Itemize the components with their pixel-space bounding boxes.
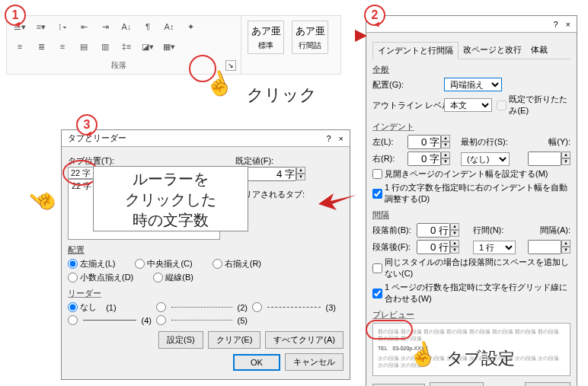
align-left-icon[interactable]: ≡ xyxy=(11,39,28,54)
close-icon[interactable]: × xyxy=(566,20,570,29)
dialog-titlebar: . ? × xyxy=(366,16,577,33)
collapse-check[interactable]: 既定で折りたたみ(E) xyxy=(497,94,570,116)
width-label: 幅(Y): xyxy=(548,136,570,148)
annotation-tabsetting-label: タブ設定 xyxy=(446,347,515,370)
default-tab-label: 既定値(F): xyxy=(235,155,344,167)
help-icon[interactable]: ? xyxy=(553,20,558,29)
note-line-2: クリックした xyxy=(94,190,248,210)
at-input[interactable]: ▲▼ xyxy=(528,240,570,254)
multilevel-list-icon[interactable]: ⫶▾ xyxy=(54,19,71,34)
increase-indent-icon[interactable]: ⇥ xyxy=(97,19,113,34)
number-list-icon[interactable]: ≡▾ xyxy=(33,19,50,34)
align-center-icon[interactable]: ≣ xyxy=(33,39,50,54)
default-tab-input[interactable]: ▲▼ xyxy=(235,167,344,181)
right-indent-input[interactable]: ▲▼ xyxy=(407,152,450,166)
tab-pos-label: タブ位置(T): xyxy=(68,155,220,167)
ribbon: ☰▾ ≡▾ ⫶▾ ⇤ ⇥ A↓ ¶ A↕ ✦ ≡ ≣ ≡ ▤ ▥ ‡≡ ◪▾ ▦… xyxy=(6,15,341,75)
tab-asian[interactable]: 体裁 xyxy=(526,42,552,58)
first-line-select[interactable]: (なし) xyxy=(461,152,510,166)
before-label: 段落前(B): xyxy=(372,225,412,236)
align-right-icon[interactable]: ≡ xyxy=(54,39,71,54)
alignment-select[interactable]: 両端揃え xyxy=(444,78,502,91)
annotation-click-label: クリック xyxy=(247,84,317,107)
annotation-arrow-left xyxy=(318,190,356,215)
right-indent-label: 右(R): xyxy=(372,153,403,164)
close-icon[interactable]: × xyxy=(339,134,344,143)
after-input[interactable]: ▲▼ xyxy=(417,240,459,254)
set-button[interactable]: 設定(S) xyxy=(158,331,203,349)
spacing-label: 間隔 xyxy=(372,209,570,221)
style-name: 標準 xyxy=(250,40,282,51)
set-default-button[interactable]: 既定に設定(D) xyxy=(430,382,484,386)
annotation-arrow-right xyxy=(329,27,367,46)
hand-cursor-icon: ☝ xyxy=(24,180,62,219)
ok-button[interactable]: OK xyxy=(233,354,280,371)
tab-settings-button[interactable]: タブ設定(T)... xyxy=(372,384,425,387)
at-label: 間隔(A): xyxy=(540,225,570,236)
clear-all-button[interactable]: すべてクリア(A) xyxy=(265,331,344,349)
distribute-icon[interactable]: ▥ xyxy=(97,39,113,54)
cancel-button[interactable]: キャンセル xyxy=(285,353,344,371)
align-decimal-radio[interactable]: 小数点揃え(D) xyxy=(68,272,133,283)
style-preview: あア亜 xyxy=(250,24,282,38)
style-preview: あア亜 xyxy=(294,24,326,38)
leader-dots-radio[interactable]: (2) xyxy=(156,302,248,312)
sort-icon[interactable]: A↓ xyxy=(118,19,135,34)
note-line-1: ルーラーを xyxy=(94,169,248,190)
style-nospace[interactable]: あア亜 行間詰 xyxy=(292,21,328,54)
clear-button[interactable]: クリア(E) xyxy=(208,331,261,349)
paragraph-dialog: . ? × インデントと行間隔 改ページと改行 体裁 全般 配置(G): 両端揃… xyxy=(366,15,577,386)
borders-icon[interactable]: ▦▾ xyxy=(161,39,177,54)
align-bar-radio[interactable]: 縦線(B) xyxy=(153,272,193,283)
leader-none-radio[interactable]: なし (1) xyxy=(68,301,152,313)
after-label: 段落後(F): xyxy=(372,241,412,253)
auto-indent-check[interactable]: 1 行の文字数を指定時に右のインデント幅を自動調整する(D) xyxy=(372,182,570,205)
alignment-group-label: 配置 xyxy=(68,244,344,256)
line-spacing-icon[interactable]: ‡≡ xyxy=(118,39,135,54)
cancel-button[interactable]: キャンセル xyxy=(525,382,570,386)
leader-middots-radio[interactable]: (5) xyxy=(156,315,248,325)
annotation-badge-3: 3 xyxy=(76,114,97,136)
annotation-badge-2: 2 xyxy=(364,5,385,26)
indent-label: インデント xyxy=(372,121,570,132)
outline-select[interactable]: 本文 xyxy=(444,98,492,112)
left-indent-input[interactable]: ▲▼ xyxy=(407,135,450,149)
help-icon[interactable]: ? xyxy=(326,134,331,143)
style-name: 行間詰 xyxy=(294,40,326,51)
before-input[interactable]: ▲▼ xyxy=(417,223,459,238)
preview-label: プレビュー xyxy=(372,309,570,321)
annotation-note-box: ルーラーを クリックした 時の文字数 xyxy=(93,166,248,231)
left-indent-label: 左(L): xyxy=(372,136,403,148)
note-line-3: 時の文字数 xyxy=(94,210,248,231)
justify-icon[interactable]: ▤ xyxy=(75,39,92,54)
pilcrow-icon[interactable]: ✦ xyxy=(182,19,199,34)
style-normal[interactable]: あア亜 標準 xyxy=(248,21,284,54)
align-center-radio[interactable]: 中央揃え(C) xyxy=(135,258,192,270)
leader-underline-radio[interactable]: (4) xyxy=(68,315,152,325)
grid-check[interactable]: 1 ページの行数を指定時に文字を行グリッド線に合わせる(W) xyxy=(372,282,570,305)
tab-indent-spacing[interactable]: インデントと行間隔 xyxy=(372,42,459,59)
general-label: 全般 xyxy=(372,64,570,75)
annotation-badge-1: 1 xyxy=(5,5,26,26)
decrease-indent-icon[interactable]: ⇤ xyxy=(75,19,92,34)
tab-page-breaks[interactable]: 改ページと改行 xyxy=(459,42,526,58)
align-right-radio[interactable]: 右揃え(R) xyxy=(213,258,261,270)
nospace-check[interactable]: 同じスタイルの場合は段落間にスペースを追加しない(C) xyxy=(372,257,570,279)
first-width-input[interactable]: ▲▼ xyxy=(528,152,570,166)
alignment-label: 配置(G): xyxy=(372,79,439,91)
line-spacing-lbl: 行間(N): xyxy=(473,225,503,236)
align-left-radio[interactable]: 左揃え(L) xyxy=(68,258,115,270)
dialog-title-text: タブとリーダー xyxy=(68,132,126,144)
show-marks-icon[interactable]: ¶ xyxy=(139,19,156,34)
shading-icon[interactable]: ◪▾ xyxy=(139,39,156,54)
line-spacing-select[interactable]: 1 行 xyxy=(473,241,516,254)
sort-az-icon[interactable]: A↕ xyxy=(161,19,177,34)
leader-group-label: リーダー xyxy=(68,288,344,299)
leader-dashes-radio[interactable]: (3) xyxy=(252,302,336,312)
mirror-check[interactable]: 見開きページのインデント幅を設定する(M) xyxy=(372,168,570,180)
paragraph-group-label: 段落 xyxy=(11,60,225,71)
first-line-label: 最初の行(S): xyxy=(461,136,508,148)
dialog-titlebar: タブとリーダー ? × xyxy=(62,130,350,147)
outline-label: アウトライン レベル(O): xyxy=(372,100,439,111)
